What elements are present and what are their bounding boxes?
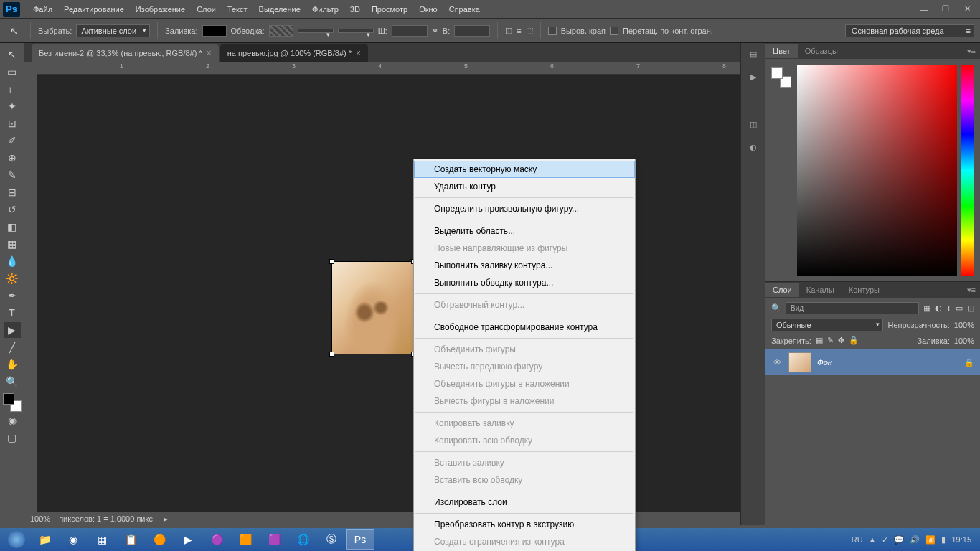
context-menu-item[interactable]: Изолировать слои <box>414 494 635 511</box>
tab-layers[interactable]: Слои <box>765 283 799 297</box>
menu-Текст[interactable]: Текст <box>222 2 253 17</box>
eyedropper-tool[interactable]: ✐ <box>4 133 21 149</box>
clone-stamp-tool[interactable]: ⊟ <box>4 184 21 200</box>
zoom-level[interactable]: 100% <box>30 514 50 523</box>
tray-network-icon[interactable]: 💬 <box>894 535 904 545</box>
brush-tool[interactable]: ✎ <box>4 167 21 183</box>
screen-mode-icon[interactable]: ▢ <box>4 430 21 446</box>
dodge-tool[interactable]: 🔆 <box>4 270 21 286</box>
filter-smart-icon[interactable]: ◫ <box>967 303 974 313</box>
path-align-icon[interactable]: ≡ <box>517 27 521 35</box>
history-brush-tool[interactable]: ↺ <box>4 202 21 217</box>
healing-brush-tool[interactable]: ⊕ <box>4 150 21 166</box>
color-field[interactable] <box>797 65 957 276</box>
adjustments-panel-icon[interactable]: ◐ <box>745 141 761 154</box>
layer-thumbnail[interactable] <box>788 352 811 372</box>
tab-swatches[interactable]: Образцы <box>798 44 845 58</box>
tray-shield-icon[interactable]: ✓ <box>882 535 888 545</box>
height-input[interactable] <box>454 25 490 37</box>
menu-Изображение[interactable]: Изображение <box>130 2 191 17</box>
task-app-icon[interactable]: 📋 <box>116 529 145 550</box>
context-menu-item[interactable]: Выделить область... <box>414 222 635 240</box>
menu-Просмотр[interactable]: Просмотр <box>366 2 413 17</box>
filter-adjust-icon[interactable]: ◐ <box>935 303 942 313</box>
filter-pixel-icon[interactable]: ▦ <box>923 303 930 313</box>
move-tool-icon[interactable]: ↖ <box>6 23 23 39</box>
properties-panel-icon[interactable]: ◫ <box>745 118 761 131</box>
context-menu-item[interactable]: Создать векторную маску <box>414 161 635 178</box>
selection-handle[interactable] <box>329 259 334 264</box>
task-app-icon[interactable]: 🟪 <box>260 529 288 550</box>
task-explorer-icon[interactable]: 📁 <box>30 529 59 550</box>
lang-indicator[interactable]: RU <box>852 535 863 544</box>
layer-name[interactable]: Фон <box>817 358 832 367</box>
task-app-icon[interactable]: ▶ <box>174 529 202 550</box>
line-tool[interactable]: ╱ <box>4 339 21 355</box>
menu-Фильтр[interactable]: Фильтр <box>306 2 344 17</box>
document-tab[interactable]: на превью.jpg @ 100% (RGB/8#) *× <box>220 44 368 62</box>
context-menu-item[interactable]: Преобразовать контур в экструзию <box>414 516 635 533</box>
task-app-icon[interactable]: ◉ <box>59 529 88 550</box>
zoom-tool[interactable]: 🔍 <box>4 374 21 390</box>
context-menu-item[interactable]: Выполнить заливку контура... <box>414 257 635 274</box>
path-arrange-icon[interactable]: ⬚ <box>526 26 533 35</box>
minimize-button[interactable]: — <box>914 3 934 16</box>
hand-tool[interactable]: ✋ <box>4 357 21 372</box>
link-icon[interactable]: ⚭ <box>432 26 438 35</box>
opacity-value[interactable]: 100% <box>954 321 974 329</box>
panel-menu-icon[interactable]: ▾≡ <box>963 286 980 295</box>
pen-tool[interactable]: ✒ <box>4 288 21 303</box>
filter-type-icon[interactable]: T <box>946 304 951 313</box>
fill-swatch[interactable] <box>202 25 227 37</box>
layer-filter-dropdown[interactable]: Вид <box>786 302 919 314</box>
hue-slider[interactable] <box>961 65 974 276</box>
task-app-icon[interactable]: 🟠 <box>145 529 174 550</box>
document-tab[interactable]: Без имени-2 @ 33,3% (на превью, RGB/8#) … <box>32 44 219 62</box>
blur-tool[interactable]: 💧 <box>4 253 21 269</box>
context-menu-item[interactable]: Удалить контур <box>414 178 635 195</box>
menu-Слои[interactable]: Слои <box>191 2 222 17</box>
type-tool[interactable]: T <box>4 305 21 321</box>
context-menu-item[interactable]: Определить произвольную фигуру... <box>414 200 635 217</box>
select-dropdown[interactable]: Активные слои <box>76 24 150 37</box>
menu-Выделение[interactable]: Выделение <box>253 2 306 17</box>
eraser-tool[interactable]: ◧ <box>4 219 21 235</box>
layer-row[interactable]: 👁 Фон 🔒 <box>765 349 980 375</box>
color-mini-swatches[interactable] <box>771 65 793 276</box>
status-arrow-icon[interactable]: ▸ <box>164 514 168 524</box>
task-photoshop-icon[interactable]: Ps <box>346 529 374 550</box>
align-edges-checkbox[interactable] <box>548 27 557 35</box>
selection-handle[interactable] <box>329 352 334 357</box>
close-button[interactable]: ✕ <box>957 3 977 16</box>
fill-opacity-value[interactable]: 100% <box>954 336 974 345</box>
actions-panel-icon[interactable]: ▶ <box>745 70 761 83</box>
history-panel-icon[interactable]: ▤ <box>745 47 761 60</box>
path-selection-tool[interactable]: ▶ <box>4 322 21 338</box>
marquee-tool[interactable]: ▭ <box>4 64 21 80</box>
tray-volume-icon[interactable]: 🔊 <box>910 535 920 545</box>
maximize-button[interactable]: ❐ <box>936 3 956 16</box>
lasso-tool[interactable]: ⃓ <box>4 81 21 97</box>
lock-position-icon[interactable]: ✎ <box>827 336 834 345</box>
ruler-horizontal[interactable]: 0123456789 <box>37 62 740 75</box>
stroke-swatch[interactable] <box>269 25 293 37</box>
color-swatches[interactable] <box>3 393 22 412</box>
task-app-icon[interactable]: 🟣 <box>202 529 231 550</box>
context-menu-item[interactable]: Свободное трансформирование контура <box>414 319 635 336</box>
visibility-icon[interactable]: 👁 <box>771 358 783 367</box>
quick-mask-icon[interactable]: ◉ <box>4 413 21 428</box>
menu-Окно[interactable]: Окно <box>413 2 443 17</box>
lock-all-icon[interactable]: 🔒 <box>849 336 859 345</box>
blend-mode-dropdown[interactable]: Обычные <box>771 319 883 331</box>
width-input[interactable] <box>392 25 428 37</box>
tab-channels[interactable]: Каналы <box>799 283 842 297</box>
drag-constrain-checkbox[interactable] <box>610 27 618 35</box>
tray-battery-icon[interactable]: ▮ <box>941 535 946 545</box>
gradient-tool[interactable]: ▦ <box>4 236 21 252</box>
clock[interactable]: 19:15 <box>951 535 971 544</box>
stroke-style-dropdown[interactable] <box>338 29 374 33</box>
crop-tool[interactable]: ⊡ <box>4 116 21 131</box>
menu-Справка[interactable]: Справка <box>443 2 486 17</box>
task-powerpoint-icon[interactable]: 🟧 <box>231 529 260 550</box>
workspace-dropdown[interactable]: Основная рабочая среда <box>845 24 974 37</box>
